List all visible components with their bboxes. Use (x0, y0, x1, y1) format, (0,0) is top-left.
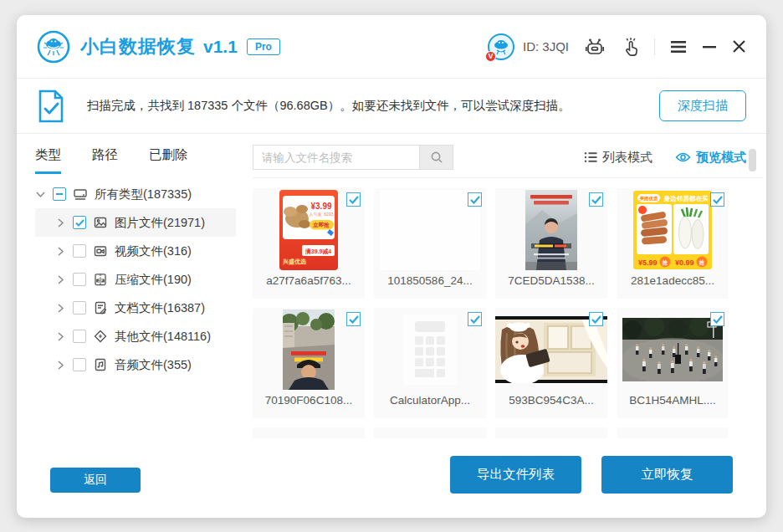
scan-result-message: 扫描完成，共找到 187335 个文件（96.68GB）。如要还未找到文件，可以… (87, 98, 571, 114)
checkbox-document-files[interactable] (73, 301, 86, 315)
header-separator (654, 38, 655, 55)
file-name: 593BC954C3A... (509, 394, 593, 407)
file-checkbox[interactable] (710, 312, 724, 326)
file-card[interactable]: 593BC954C3A... (495, 308, 607, 418)
checkbox-image-files[interactable] (73, 216, 86, 229)
chevron-right-icon[interactable] (55, 274, 66, 285)
pro-badge: Pro (247, 38, 280, 55)
preview-mode-toggle[interactable]: 预览模式 (675, 150, 746, 166)
svg-text:抢: 抢 (699, 259, 705, 266)
search-button[interactable] (419, 146, 453, 169)
file-card[interactable] (253, 427, 365, 438)
file-checkbox[interactable] (589, 312, 603, 326)
svg-text:立即抢: 立即抢 (312, 222, 330, 228)
search-icon (430, 151, 443, 164)
tree-item-archive-files[interactable]: ZIP 压缩文件(190) (35, 265, 236, 294)
file-card[interactable] (495, 427, 607, 438)
vip-badge: V (485, 51, 496, 62)
svg-text:¥0.99: ¥0.99 (675, 258, 694, 267)
file-card[interactable] (374, 427, 486, 438)
chevron-right-icon[interactable] (55, 303, 66, 314)
minimize-icon[interactable] (702, 40, 717, 54)
file-name: BC1H54AMHL.... (629, 394, 716, 407)
app-logo-icon (37, 30, 70, 64)
audio-icon (93, 357, 108, 372)
export-file-list-button[interactable]: 导出文件列表 (450, 456, 581, 494)
chevron-right-icon[interactable] (55, 331, 66, 342)
zip-icon: ZIP (93, 272, 108, 287)
svg-text:抢: 抢 (662, 259, 668, 266)
svg-text:ZIP: ZIP (98, 279, 103, 283)
close-icon[interactable] (732, 39, 746, 54)
video-icon (93, 243, 108, 258)
svg-text:兴盛优选: 兴盛优选 (282, 258, 306, 265)
checkbox-other-files[interactable] (73, 330, 86, 343)
deep-scan-button[interactable]: 深度扫描 (659, 90, 746, 121)
checkbox-video-files[interactable] (73, 244, 86, 258)
svg-text:身边邻居都在买: 身边邻居都在买 (663, 195, 709, 202)
file-card[interactable]: BC1H54AMHL.... (617, 308, 729, 418)
tree-item-other-files[interactable]: 其他文件(148116) (35, 322, 236, 350)
file-grid: ¥3.99 人气值: 6293 立即抢 满39.9减4 兴盛优选 a27f7a6… (253, 188, 729, 438)
checkbox-audio-files[interactable] (73, 358, 86, 371)
list-mode-toggle[interactable]: 列表模式 (584, 150, 652, 166)
customer-service-robot-icon[interactable] (584, 37, 606, 57)
file-name: a27f7a6a5f763... (266, 274, 351, 287)
tree-label: 音频文件(355) (115, 357, 192, 373)
file-name: 101850586_24... (387, 274, 472, 287)
app-window: 小白数据恢复 v1.1 Pro V ID: 3JQI (17, 15, 766, 518)
preview-mode-label: 预览模式 (696, 150, 746, 166)
tree-item-image-files[interactable]: 图片文件(21971) (35, 208, 236, 237)
file-card[interactable]: 101850586_24... (374, 188, 486, 299)
tutorial-hand-icon[interactable] (621, 37, 641, 57)
tree-item-audio-files[interactable]: 音频文件(355) (35, 350, 236, 379)
file-checkbox[interactable] (346, 192, 361, 207)
tree-label: 压缩文件(190) (115, 272, 192, 288)
tree-item-document-files[interactable]: 文档文件(16387) (35, 294, 236, 322)
image-icon (93, 215, 108, 230)
tree-item-video-files[interactable]: 视频文件(316) (35, 237, 236, 265)
svg-text:美团优选: 美团优选 (639, 196, 658, 202)
file-checkbox[interactable] (468, 312, 482, 326)
tree-label: 视频文件(316) (115, 243, 192, 259)
titlebar: 小白数据恢复 v1.1 Pro V ID: 3JQI (17, 15, 766, 79)
list-icon (584, 151, 597, 163)
tree-label: 所有类型(187335) (95, 187, 192, 202)
scan-complete-doc-icon (37, 90, 65, 123)
main-panel: 列表模式 预览模式 (236, 134, 766, 432)
checkbox-all-types[interactable] (53, 187, 66, 201)
tree-item-all-types[interactable]: 所有类型(187335) (35, 180, 236, 208)
tab-deleted[interactable]: 已删除 (149, 146, 188, 174)
eye-icon (675, 151, 691, 163)
file-checkbox[interactable] (346, 312, 361, 326)
tab-path[interactable]: 路径 (92, 146, 118, 174)
tree-label: 图片文件(21971) (115, 215, 205, 231)
user-id: ID: 3JQI (523, 39, 569, 54)
chevron-down-icon[interactable] (35, 189, 46, 200)
file-card[interactable] (617, 427, 729, 438)
chevron-right-icon[interactable] (55, 360, 66, 371)
scrollbar-thumb[interactable] (749, 149, 756, 171)
file-card[interactable]: ¥3.99 人气值: 6293 立即抢 满39.9减4 兴盛优选 a27f7a6… (253, 188, 365, 299)
menu-icon[interactable] (670, 40, 687, 54)
file-card[interactable]: 7CED5DA1538... (495, 188, 607, 299)
checkbox-archive-files[interactable] (73, 273, 86, 286)
sidebar-tabs: 类型 路径 已删除 (35, 134, 236, 174)
file-checkbox[interactable] (589, 192, 603, 207)
search-input[interactable] (253, 146, 419, 169)
recover-now-button[interactable]: 立即恢复 (601, 456, 733, 494)
search-box (253, 145, 453, 170)
back-button[interactable]: 返回 (50, 468, 141, 493)
chevron-right-icon[interactable] (55, 246, 66, 257)
file-checkbox[interactable] (468, 192, 482, 207)
document-icon (93, 300, 108, 315)
user-avatar[interactable]: V (488, 33, 514, 60)
file-card[interactable]: 美团优选 身边邻居都在买 (617, 188, 729, 299)
svg-text:人气值: 6293: 人气值: 6293 (310, 212, 334, 217)
file-checkbox[interactable] (710, 192, 724, 207)
file-card[interactable]: CalculatorApp... (374, 308, 486, 418)
chevron-right-icon[interactable] (55, 217, 66, 228)
file-type-tree: 所有类型(187335) (35, 180, 236, 379)
file-card[interactable]: 70190F06C108... (253, 308, 365, 418)
tab-type[interactable]: 类型 (35, 146, 61, 174)
